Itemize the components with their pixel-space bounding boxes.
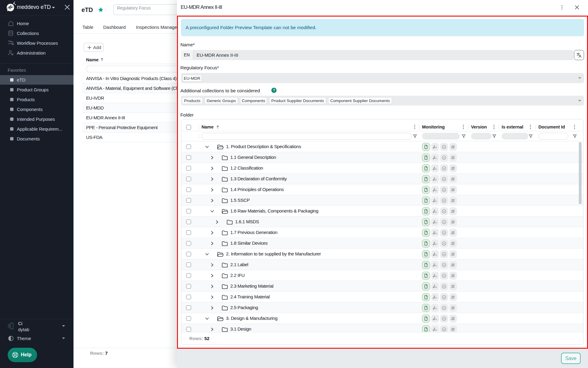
svg-text:?: ?	[273, 88, 275, 92]
